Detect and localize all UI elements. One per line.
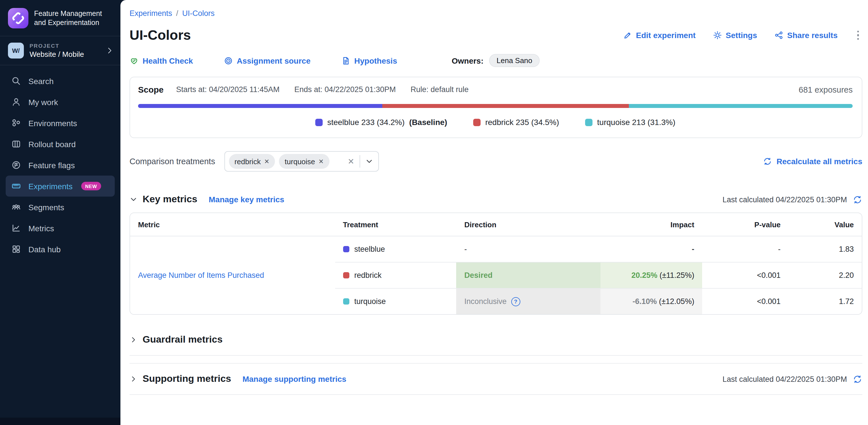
flag-circle-icon: [11, 160, 21, 170]
col-p-value: P-value: [702, 213, 788, 236]
header-actions: Edit experiment Settings Share results: [623, 30, 862, 41]
refresh-icon[interactable]: [852, 194, 862, 204]
project-label: PROJECT: [30, 42, 100, 49]
sidebar-footer: [0, 418, 120, 425]
assignment-source-link[interactable]: Assignment source: [223, 56, 310, 65]
bar-segment-turquoise: [629, 104, 852, 108]
col-direction: Direction: [457, 213, 600, 236]
edit-experiment-button[interactable]: Edit experiment: [623, 31, 695, 40]
sidebar-item-my-work[interactable]: My work: [6, 91, 115, 113]
remove-chip-icon[interactable]: [264, 158, 269, 165]
app-logo-icon: [8, 8, 28, 28]
chevron-down-icon[interactable]: [365, 157, 373, 165]
section-divider: [129, 363, 862, 364]
scope-starts: Starts at: 04/20/2025 11:45AM: [176, 85, 279, 94]
direction-cell: Desired: [457, 262, 600, 289]
bar-segment-steelblue: [138, 104, 382, 108]
table-row: Average Number of Items Purchased steelb…: [130, 236, 862, 262]
chevron-right-icon[interactable]: [129, 336, 137, 344]
sidebar-item-label: Experiments: [28, 182, 73, 191]
main-area: Experiments / UI-Colors UI-Colors Edit e…: [120, 0, 868, 425]
hexagons-icon: [11, 118, 21, 128]
bar-segment-redbrick: [382, 104, 629, 108]
document-icon: [341, 56, 350, 65]
key-metrics-table: Metric Treatment Direction Impact P-valu…: [130, 213, 862, 314]
table-header-row: Metric Treatment Direction Impact P-valu…: [130, 213, 862, 236]
baseline-label: (Baseline): [409, 118, 447, 127]
chip-turquoise[interactable]: turquoise: [279, 154, 329, 169]
treatment-distribution-bar: [138, 104, 852, 108]
health-check-link[interactable]: Health Check: [129, 56, 193, 65]
owner-pill[interactable]: Lena Sano: [489, 54, 540, 67]
recalculate-all-metrics-button[interactable]: Recalculate all metrics: [763, 157, 862, 166]
breadcrumb-separator: /: [176, 9, 178, 18]
chevron-down-icon[interactable]: [129, 195, 137, 204]
p-value-cell: <0.001: [702, 289, 788, 314]
section-divider: [129, 355, 862, 356]
settings-button[interactable]: Settings: [713, 31, 757, 40]
app-logo-header: Feature Management and Experimentation: [0, 0, 120, 36]
manage-supporting-metrics-link[interactable]: Manage supporting metrics: [243, 374, 346, 384]
section-divider: [129, 394, 862, 395]
sidebar-item-segments[interactable]: Segments: [6, 196, 115, 218]
more-options-button[interactable]: [854, 30, 862, 41]
share-results-button[interactable]: Share results: [774, 31, 838, 40]
treatment-cell: steelblue: [335, 236, 457, 262]
impact-cell: 20.25% (±11.25%): [600, 262, 702, 289]
legend-item-redbrick: redbrick 235 (34.5%): [473, 118, 559, 127]
user-icon: [11, 97, 21, 107]
legend-item-steelblue: steelblue 233 (34.2%) (Baseline): [315, 118, 447, 127]
hypothesis-link[interactable]: Hypothesis: [341, 56, 397, 65]
guardrail-metrics-title: Guardrail metrics: [143, 334, 223, 345]
project-name: Website / Mobile: [30, 50, 100, 59]
comparison-treatments-select[interactable]: redbrick turquoise: [224, 151, 379, 172]
key-metrics-title: Key metrics: [143, 194, 197, 205]
chip-redbrick[interactable]: redbrick: [229, 154, 275, 169]
impact-cell: -: [600, 236, 702, 262]
help-icon[interactable]: [511, 297, 520, 306]
sidebar-item-search[interactable]: Search: [6, 70, 115, 91]
supporting-metrics-last-calculated: Last calculated 04/22/2025 01:30PM: [722, 374, 862, 384]
steelblue-swatch: [315, 118, 323, 126]
breadcrumb: Experiments / UI-Colors: [129, 9, 862, 18]
manage-key-metrics-link[interactable]: Manage key metrics: [209, 195, 284, 204]
remove-chip-icon[interactable]: [318, 158, 323, 165]
direction-cell: -: [457, 236, 600, 262]
sidebar-item-rollout-board[interactable]: Rollout board: [6, 133, 115, 155]
owners: Owners: Lena Sano: [452, 54, 540, 67]
treatment-cell: redbrick: [335, 262, 457, 289]
ruler-icon: [11, 181, 21, 191]
refresh-icon: [763, 157, 772, 166]
sidebar-item-data-hub[interactable]: Data hub: [6, 239, 115, 260]
value-cell: 2.20: [788, 262, 862, 289]
search-icon: [11, 76, 21, 86]
metric-link[interactable]: Average Number of Items Purchased: [138, 271, 264, 279]
sidebar-item-label: Rollout board: [28, 140, 76, 149]
sidebar-item-label: Feature flags: [28, 160, 75, 170]
sidebar-item-label: Data hub: [28, 245, 61, 254]
chart-line-icon: [11, 223, 21, 233]
sidebar-item-label: My work: [28, 97, 58, 107]
sidebar-item-environments[interactable]: Environments: [6, 113, 115, 133]
value-cell: 1.72: [788, 289, 862, 314]
redbrick-swatch: [343, 272, 349, 278]
sidebar-item-metrics[interactable]: Metrics: [6, 218, 115, 239]
scope-card: Scope Starts at: 04/20/2025 11:45AM Ends…: [129, 77, 862, 138]
scope-ends: Ends at: 04/22/2025 01:30PM: [294, 85, 396, 94]
sidebar-item-label: Segments: [28, 203, 64, 212]
new-badge: NEW: [81, 182, 101, 190]
refresh-icon[interactable]: [852, 374, 862, 384]
sidebar-item-feature-flags[interactable]: Feature flags: [6, 155, 115, 176]
chevron-right-icon[interactable]: [129, 375, 137, 383]
direction-cell: Inconclusive: [457, 289, 600, 314]
key-metrics-last-calculated: Last calculated 04/22/2025 01:30PM: [722, 194, 862, 204]
clear-all-icon[interactable]: [348, 157, 354, 166]
scope-rule: Rule: default rule: [411, 85, 469, 94]
sidebar-item-experiments[interactable]: Experiments NEW: [6, 176, 115, 196]
steelblue-swatch: [343, 246, 349, 252]
supporting-metrics-header: Supporting metrics Manage supporting met…: [129, 373, 862, 385]
supporting-metrics-title: Supporting metrics: [143, 373, 231, 385]
project-switcher[interactable]: W/ PROJECT Website / Mobile: [0, 36, 120, 65]
breadcrumb-ui-colors[interactable]: UI-Colors: [182, 9, 215, 18]
breadcrumb-experiments[interactable]: Experiments: [129, 9, 172, 18]
